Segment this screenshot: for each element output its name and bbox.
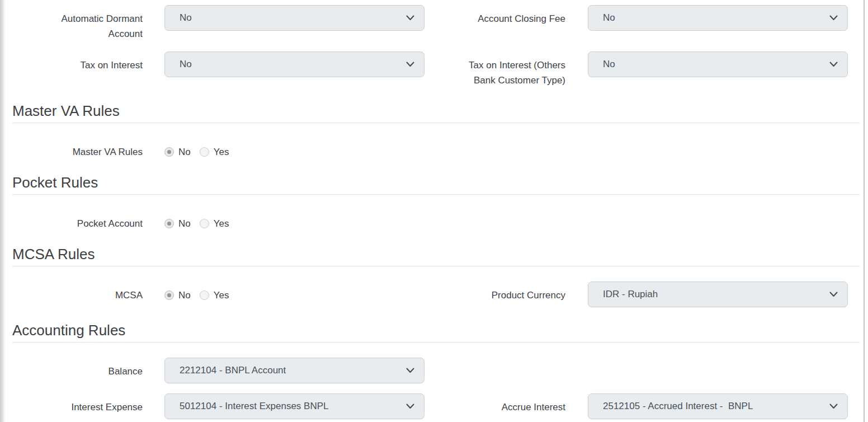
select-value: IDR - Rupiah — [603, 289, 658, 300]
accrue-interest-label: Accrue Interest — [459, 393, 565, 415]
tax-on-interest-others-label: Tax on Interest (Others Bank Customer Ty… — [459, 51, 565, 88]
field-account-closing-fee: Account Closing Fee No — [434, 5, 848, 31]
form-row: Balance 2212104 - BNPL Account — [12, 358, 860, 383]
product-rules-form: Automatic Dormant Account No Account Clo… — [0, 0, 860, 419]
radio-label: Yes — [214, 218, 229, 229]
chevron-down-icon — [829, 404, 838, 409]
product-currency-select[interactable]: IDR - Rupiah — [588, 282, 848, 307]
radio-label: No — [178, 290, 191, 301]
chevron-down-icon — [406, 404, 414, 409]
form-row: Tax on Interest No Tax on Interest (Othe… — [12, 51, 860, 88]
mcsa-radio-no[interactable]: No — [164, 288, 191, 303]
field-tax-on-interest: Tax on Interest No — [12, 51, 424, 77]
balance-select[interactable]: 2212104 - BNPL Account — [164, 358, 424, 383]
chevron-down-icon — [829, 292, 838, 297]
mcsa-radio-yes[interactable]: Yes — [200, 288, 229, 303]
balance-label: Balance — [36, 358, 143, 379]
select-value: 2212104 - BNPL Account — [180, 365, 286, 376]
field-mcsa: MCSA No Yes — [12, 282, 424, 303]
automatic-dormant-account-select[interactable]: No — [164, 5, 424, 31]
account-closing-fee-select[interactable]: No — [588, 5, 848, 31]
form-row: Interest Expense 5012104 - Interest Expe… — [12, 393, 860, 419]
mcsa-radio-group: No Yes — [164, 282, 229, 303]
master-va-rules-label: Master VA Rules — [36, 138, 143, 160]
accrue-interest-select[interactable]: 2512105 - Accrued Interest - BNPL — [588, 393, 848, 419]
field-automatic-dormant-account: Automatic Dormant Account No — [12, 5, 424, 41]
select-value: No — [180, 59, 192, 70]
interest-expense-select[interactable]: 5012104 - Interest Expenses BNPL — [164, 393, 424, 419]
field-tax-on-interest-others: Tax on Interest (Others Bank Customer Ty… — [434, 51, 848, 88]
section-title-master-va-rules: Master VA Rules — [12, 103, 860, 123]
select-value: No — [603, 59, 615, 70]
radio-unselected-icon — [200, 219, 209, 228]
select-value: 2512105 - Accrued Interest - BNPL — [603, 401, 753, 412]
field-product-currency: Product Currency IDR - Rupiah — [434, 282, 848, 307]
chevron-down-icon — [829, 62, 838, 67]
interest-expense-label: Interest Expense — [36, 393, 143, 415]
radio-selected-icon — [164, 219, 174, 228]
panel-right-border — [864, 0, 865, 422]
tax-on-interest-others-select[interactable]: No — [588, 51, 848, 77]
field-master-va-rules: Master VA Rules No Yes — [12, 138, 424, 160]
radio-selected-icon — [164, 147, 174, 157]
field-accrue-interest: Accrue Interest 2512105 - Accrued Intere… — [434, 393, 848, 419]
section-title-mcsa-rules: MCSA Rules — [12, 246, 860, 266]
chevron-down-icon — [406, 15, 414, 21]
radio-unselected-icon — [200, 147, 209, 157]
field-interest-expense: Interest Expense 5012104 - Interest Expe… — [12, 393, 424, 419]
select-value: 5012104 - Interest Expenses BNPL — [180, 401, 329, 412]
radio-label: No — [178, 147, 191, 158]
section-title-pocket-rules: Pocket Rules — [12, 175, 860, 195]
select-value: No — [180, 12, 192, 24]
form-row: MCSA No Yes Product Currency IDR - Rupia… — [12, 282, 860, 307]
radio-unselected-icon — [200, 290, 209, 300]
tax-on-interest-label: Tax on Interest — [36, 51, 143, 73]
master-va-rules-radio-yes[interactable]: Yes — [200, 144, 229, 160]
field-pocket-account: Pocket Account No Yes — [12, 210, 424, 231]
chevron-down-icon — [406, 368, 414, 373]
radio-selected-icon — [164, 290, 174, 300]
mcsa-label: MCSA — [36, 282, 143, 303]
radio-label: No — [178, 218, 191, 229]
product-currency-label: Product Currency — [459, 282, 565, 303]
section-title-accounting-rules: Accounting Rules — [12, 322, 860, 343]
chevron-down-icon — [829, 15, 838, 21]
pocket-account-label: Pocket Account — [36, 210, 143, 231]
tax-on-interest-select[interactable]: No — [164, 51, 424, 77]
radio-label: Yes — [214, 290, 229, 301]
form-row: Automatic Dormant Account No Account Clo… — [12, 5, 860, 41]
master-va-rules-radio-no[interactable]: No — [164, 144, 191, 160]
account-closing-fee-label: Account Closing Fee — [459, 5, 565, 26]
form-row: Master VA Rules No Yes — [12, 138, 860, 160]
pocket-account-radio-group: No Yes — [164, 210, 229, 231]
form-row: Pocket Account No Yes — [12, 210, 860, 231]
pocket-account-radio-yes[interactable]: Yes — [200, 216, 229, 231]
pocket-account-radio-no[interactable]: No — [164, 216, 191, 231]
automatic-dormant-account-label: Automatic Dormant Account — [36, 5, 143, 41]
radio-label: Yes — [214, 147, 229, 158]
field-balance: Balance 2212104 - BNPL Account — [12, 358, 424, 383]
select-value: No — [603, 12, 615, 24]
master-va-rules-radio-group: No Yes — [164, 138, 229, 160]
chevron-down-icon — [406, 62, 414, 67]
